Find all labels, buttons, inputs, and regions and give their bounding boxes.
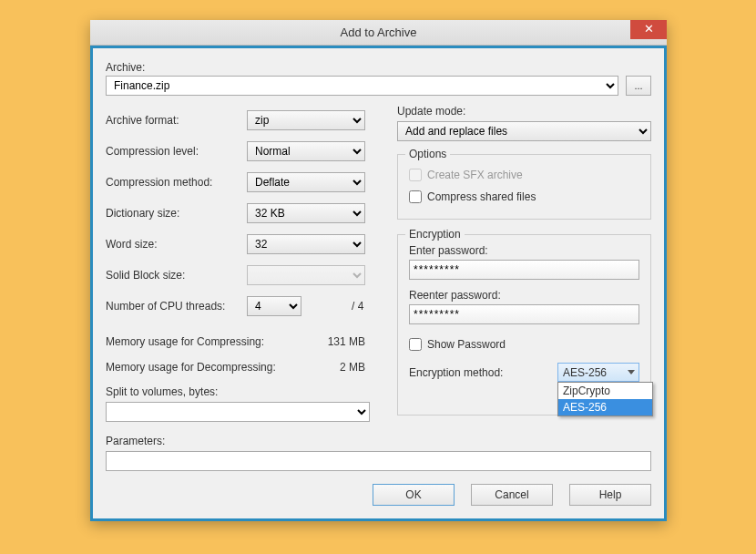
window-title: Add to Archive (90, 20, 667, 46)
cpu-threads-label: Number of CPU threads: (106, 300, 247, 313)
close-button[interactable]: ✕ (630, 20, 667, 39)
word-size-label: Word size: (106, 238, 247, 251)
cpu-threads-select[interactable]: 4 (247, 296, 301, 316)
update-mode-label: Update mode: (397, 105, 651, 118)
titlebar: Add to Archive ✕ (90, 20, 667, 46)
solid-block-select (247, 265, 365, 285)
solid-block-label: Solid Block size: (106, 269, 247, 282)
compression-level-select[interactable]: Normal (247, 141, 365, 161)
split-volumes-select[interactable] (106, 402, 370, 422)
browse-button[interactable]: ... (626, 76, 651, 96)
options-legend: Options (405, 148, 450, 160)
cancel-button[interactable]: Cancel (471, 484, 553, 506)
parameters-input[interactable] (106, 451, 651, 471)
dialog-window: Add to Archive ✕ Archive: Finance.zip ..… (90, 20, 667, 521)
archive-format-label: Archive format: (106, 114, 247, 127)
parameters-label: Parameters: (106, 435, 651, 447)
options-fieldset: Options Create SFX archive Compress shar… (397, 154, 651, 220)
close-icon: ✕ (644, 22, 654, 36)
compress-shared-label: Compress shared files (427, 190, 536, 203)
enter-password-label: Enter password: (409, 244, 639, 257)
encryption-method-value: AES-256 (563, 366, 607, 379)
archive-combobox[interactable]: Finance.zip (106, 76, 618, 96)
split-volumes-label: Split to volumes, bytes: (106, 385, 370, 398)
create-sfx-checkbox (409, 169, 422, 181)
compression-level-label: Compression level: (106, 145, 247, 158)
help-button[interactable]: Help (569, 484, 651, 506)
compression-method-select[interactable]: Deflate (247, 172, 365, 192)
compression-method-label: Compression method: (106, 176, 247, 189)
dialog-body: Archive: Finance.zip ... Archive format:… (93, 48, 664, 518)
update-mode-select[interactable]: Add and replace files (397, 121, 651, 141)
right-column: Update mode: Add and replace files Optio… (397, 105, 651, 422)
encryption-method-select[interactable]: AES-256 (557, 363, 639, 382)
show-password-label: Show Password (427, 338, 506, 351)
chevron-down-icon (628, 370, 635, 374)
word-size-select[interactable]: 32 (247, 234, 365, 254)
encryption-legend: Encryption (405, 228, 465, 241)
mem-decompress-label: Memory usage for Decompressing: (106, 361, 276, 374)
ok-button[interactable]: OK (373, 484, 455, 506)
reenter-password-input[interactable] (409, 304, 639, 324)
encryption-option-aes256[interactable]: AES-256 (558, 399, 652, 416)
encryption-option-zipcrypto[interactable]: ZipCrypto (558, 383, 652, 399)
encryption-fieldset: Encryption Enter password: Reenter passw… (397, 234, 651, 416)
dictionary-size-select[interactable]: 32 KB (247, 203, 365, 223)
archive-format-select[interactable]: zip (247, 110, 365, 130)
encryption-method-dropdown: ZipCrypto AES-256 (557, 382, 653, 416)
create-sfx-label: Create SFX archive (427, 169, 523, 181)
compress-shared-checkbox[interactable] (409, 190, 422, 203)
archive-label: Archive: (106, 61, 651, 74)
dictionary-size-label: Dictionary size: (106, 207, 247, 220)
encryption-method-label: Encryption method: (409, 366, 550, 379)
cpu-threads-total: / 4 (352, 300, 363, 313)
mem-compress-value: 131 MB (328, 335, 365, 348)
enter-password-input[interactable] (409, 260, 639, 280)
mem-compress-label: Memory usage for Compressing: (106, 335, 264, 348)
mem-decompress-value: 2 MB (340, 361, 365, 374)
show-password-checkbox[interactable] (409, 338, 422, 351)
left-column: Archive format: zip Compression level: N… (106, 105, 370, 422)
reenter-password-label: Reenter password: (409, 289, 639, 302)
